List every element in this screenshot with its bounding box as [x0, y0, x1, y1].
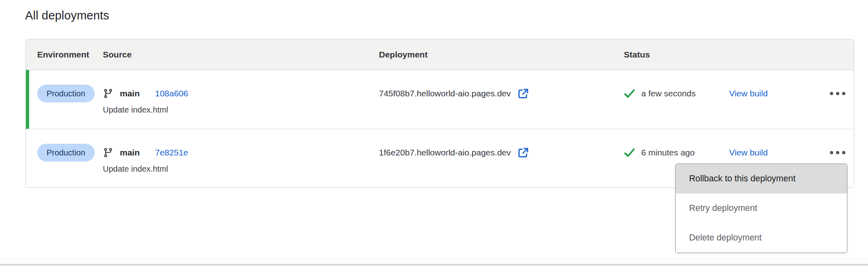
header-environment: Environment — [26, 50, 103, 60]
environment-badge: Production — [37, 85, 95, 102]
kebab-menu-icon — [830, 151, 833, 154]
external-link-icon[interactable] — [517, 147, 529, 159]
kebab-menu-icon — [830, 92, 833, 95]
menu-item-rollback[interactable]: Rollback to this deployment — [676, 164, 847, 194]
header-source: Source — [103, 50, 379, 60]
page-title: All deployments — [25, 9, 109, 22]
deployment-url: 1f6e20b7.helloworld-aio.pages.dev — [379, 148, 511, 157]
commit-link[interactable]: 108a606 — [155, 89, 188, 98]
status-time: a few seconds — [641, 89, 696, 98]
check-icon — [624, 148, 635, 157]
deployment-url: 745f08b7.helloworld-aio.pages.dev — [379, 89, 511, 98]
view-build-link[interactable]: View build — [729, 148, 768, 157]
status-time: 6 minutes ago — [641, 148, 695, 157]
branch-name: main — [120, 89, 140, 98]
commit-message: Update index.html — [103, 104, 379, 115]
menu-item-retry[interactable]: Retry deployment — [676, 194, 847, 223]
git-branch-icon — [103, 88, 113, 99]
branch-name: main — [120, 148, 140, 157]
commit-message: Update index.html — [103, 164, 379, 174]
check-icon — [624, 89, 635, 98]
git-branch-icon — [103, 147, 113, 158]
view-build-link[interactable]: View build — [729, 89, 768, 98]
menu-item-delete[interactable]: Delete deployment — [676, 223, 847, 253]
footer-strip — [0, 258, 868, 264]
table-row: Production main 108a606 Update index.htm… — [26, 70, 854, 129]
header-status: Status — [624, 50, 729, 60]
external-link-icon[interactable] — [517, 88, 529, 100]
table-header-row: Environment Source Deployment Status — [26, 39, 854, 70]
commit-link[interactable]: 7e8251e — [155, 148, 188, 157]
environment-badge: Production — [37, 144, 95, 162]
kebab-menu-button[interactable] — [828, 85, 848, 102]
row-actions-menu: Rollback to this deployment Retry deploy… — [675, 164, 847, 253]
kebab-menu-button[interactable] — [828, 144, 848, 162]
deployments-page: All deployments Environment Source Deplo… — [0, 0, 868, 268]
bottom-divider — [0, 264, 868, 266]
header-deployment: Deployment — [379, 50, 624, 60]
